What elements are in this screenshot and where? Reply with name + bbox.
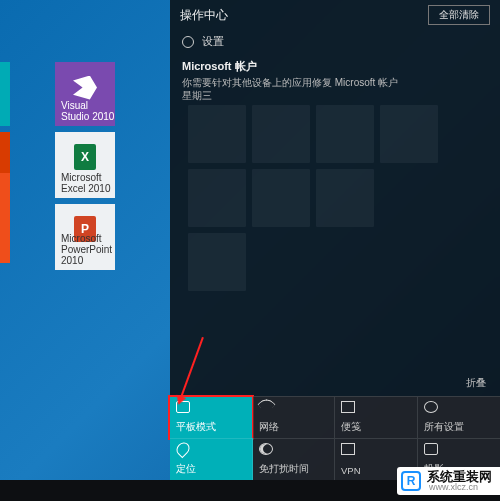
tile-powerpoint[interactable]: Microsoft PowerPoint 2010 [55, 204, 115, 270]
quick-action-quiet-hours[interactable]: 免打扰时间 [253, 438, 336, 480]
excel-icon [74, 144, 96, 170]
vpn-icon [341, 443, 355, 455]
quick-action-all-settings[interactable]: 所有设置 [418, 396, 501, 438]
tile-label: Visual Studio 2010 [61, 100, 115, 122]
quick-action-label: 免打扰时间 [259, 463, 329, 476]
quick-action-label: 平板模式 [176, 421, 246, 434]
quick-action-label: 所有设置 [424, 421, 495, 434]
settings-notification-header[interactable]: 设置 [170, 30, 500, 53]
gear-icon [424, 401, 438, 413]
quick-action-label: 定位 [176, 463, 246, 476]
action-center-panel: 操作中心 全部清除 设置 Microsoft 帐户 你需要针对其他设备上的应用修… [170, 0, 500, 480]
notification-body: 你需要针对其他设备上的应用修复 Microsoft 帐户 [182, 76, 488, 89]
wifi-icon [259, 401, 273, 413]
start-menu-tiles: 电影和视频 在你的手机和平板电脑上获取 Office 获取 Office Vis… [0, 0, 170, 310]
tile-visual-studio[interactable]: Visual Studio 2010 [55, 62, 115, 126]
clear-all-button[interactable]: 全部清除 [428, 5, 490, 25]
collapse-button[interactable]: 折叠 [466, 376, 486, 390]
watermark-url: www.xlcz.cn [429, 483, 492, 492]
visual-studio-icon [73, 76, 97, 100]
quick-action-note[interactable]: 便笺 [335, 396, 418, 438]
quick-action-label: 网络 [259, 421, 329, 434]
office-promo-text: 在你的手机和平板电脑上获取 Office [0, 191, 4, 226]
tile-label: Microsoft Excel 2010 [61, 172, 115, 194]
project-icon [424, 443, 438, 455]
moon-icon [259, 443, 273, 455]
tile-excel[interactable]: Microsoft Excel 2010 [55, 132, 115, 198]
tile-get-office[interactable]: 在你的手机和平板电脑上获取 Office 获取 Office [0, 173, 10, 263]
quick-action-label: 便笺 [341, 421, 411, 434]
quick-action-network[interactable]: 网络 [253, 396, 336, 438]
gear-icon [182, 36, 194, 48]
action-center-title: 操作中心 [180, 7, 228, 24]
watermark: R 系统重装网 www.xlcz.cn [397, 467, 500, 495]
notification-time: 星期三 [182, 89, 488, 102]
watermark-logo-icon: R [401, 471, 421, 491]
location-pin-icon [174, 440, 192, 458]
tile-movies-tv[interactable]: 电影和视频 [0, 62, 10, 126]
tile-label: Microsoft PowerPoint 2010 [61, 233, 115, 266]
note-icon [341, 401, 355, 413]
notification-item[interactable]: Microsoft 帐户 你需要针对其他设备上的应用修复 Microsoft 帐… [170, 53, 500, 112]
notification-title: Microsoft 帐户 [182, 59, 488, 74]
action-center-header: 操作中心 全部清除 [170, 0, 500, 30]
quick-action-location[interactable]: 定位 [170, 438, 253, 480]
settings-label: 设置 [202, 34, 224, 49]
